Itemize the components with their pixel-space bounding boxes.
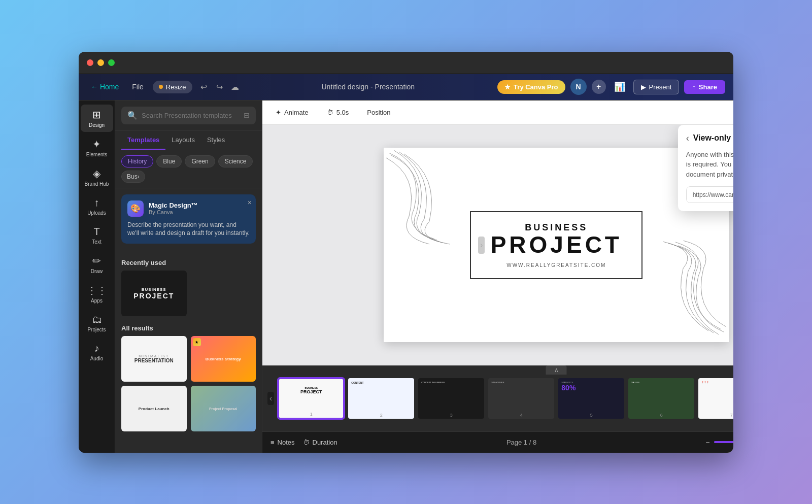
page-indicator: Page 1 / 8	[506, 439, 536, 446]
present-button[interactable]: ▶ Present	[633, 80, 680, 94]
slide-thumb-2[interactable]: CONTENT 2	[348, 378, 414, 419]
tag-history[interactable]: History	[121, 155, 153, 167]
sidebar-item-text[interactable]: T Text	[81, 222, 113, 249]
slide-thumb-4[interactable]: STRATEGIES 4	[488, 378, 554, 419]
sidebar-item-brand[interactable]: ◈ Brand Hub	[81, 163, 113, 191]
popup-url-input[interactable]	[687, 187, 733, 203]
slide-strip-wrapper: ∧ ‹ BUSINESS PROJECT 1 CONTENT	[262, 365, 733, 431]
tab-layouts[interactable]: Layouts	[165, 131, 201, 150]
magic-card-close-button[interactable]: ×	[248, 198, 252, 207]
analytics-icon[interactable]: 📊	[611, 78, 628, 95]
maximize-button[interactable]	[108, 59, 115, 66]
topbar-left: ← Home File Resize ↩ ↪ ☁	[87, 80, 239, 94]
canvas-toolbar: ✦ Animate ⏱ 5.0s Position	[262, 100, 733, 125]
apps-label: Apps	[91, 298, 103, 304]
notes-button[interactable]: ≡ Notes	[270, 439, 295, 446]
strip-expand-button[interactable]: ∧	[546, 365, 567, 375]
sidebar-item-audio[interactable]: ♪ Audio	[81, 339, 113, 365]
duration-value: 5.0s	[336, 109, 349, 116]
search-bar: 🔍 ⊟	[115, 100, 262, 131]
tab-templates[interactable]: Templates	[121, 131, 165, 150]
thumb-minimalist-label: MINIMALIST	[139, 354, 169, 358]
bottom-bar: ≡ Notes ⏱ Duration Page 1 / 8 −	[262, 431, 733, 453]
template-thumb-business[interactable]: BUSINESS PROJECT	[121, 271, 187, 316]
zoom-out-icon[interactable]: −	[705, 438, 709, 446]
animate-button[interactable]: ✦ Animate	[270, 106, 314, 119]
template-thumb-launch[interactable]: Product Launch	[121, 386, 187, 431]
slide-num-4: 4	[520, 413, 523, 418]
add-collaborator-button[interactable]: +	[592, 80, 606, 94]
tag-science[interactable]: Science	[218, 155, 253, 167]
duration-button[interactable]: ⏱ 5.0s	[322, 106, 354, 119]
sidebar-item-apps[interactable]: ⋮⋮ Apps	[81, 280, 113, 308]
sidebar-item-draw[interactable]: ✏ Draw	[81, 251, 113, 278]
avatar[interactable]: N	[570, 79, 587, 95]
tag-green[interactable]: Green	[185, 155, 215, 167]
main-area: ⊞ Design ✦ Elements ◈ Brand Hub ↑ Upload…	[79, 100, 733, 453]
slide-thumb-5[interactable]: STATISTICS 80% 5	[558, 378, 624, 419]
zoom-slider: − +	[705, 438, 733, 446]
undo-redo: ↩ ↪	[197, 80, 226, 94]
slide-strip[interactable]: ‹ BUSINESS PROJECT 1 CONTENT	[262, 365, 733, 431]
recently-used-grid: BUSINESS PROJECT	[121, 271, 256, 316]
search-input-wrap: 🔍 ⊟	[121, 107, 256, 124]
sidebar-item-elements[interactable]: ✦ Elements	[81, 134, 113, 161]
tab-styles[interactable]: Styles	[201, 131, 231, 150]
popup-desc: Anyone with this link can view this desi…	[686, 150, 733, 180]
template-panel-scroll[interactable]: Recently used BUSINESS PROJECT All resul…	[115, 250, 262, 452]
all-results-grid: MINIMALIST PRESENTATION ★ Business Strat…	[121, 336, 256, 431]
duration-bottom-button[interactable]: ⏱ Duration	[303, 439, 337, 446]
slide-project-text: PROJECT	[486, 233, 626, 256]
redo-button[interactable]: ↪	[213, 80, 226, 94]
undo-button[interactable]: ↩	[197, 80, 210, 94]
sidebar-item-projects[interactable]: 🗂 Projects	[81, 310, 113, 337]
sidebar-item-uploads[interactable]: ↑ Uploads	[81, 193, 113, 220]
thumb-strategy-badge: ★	[193, 338, 201, 346]
tag-blue[interactable]: Blue	[156, 155, 182, 167]
elements-label: Elements	[86, 152, 108, 157]
text-label: Text	[92, 239, 101, 245]
search-input[interactable]	[142, 112, 240, 119]
popup-back-button[interactable]: ‹	[686, 133, 689, 144]
try-canva-pro-button[interactable]: ★ Try Canva Pro	[497, 80, 565, 94]
thumb-business-title: BUSINESS	[142, 287, 166, 292]
notes-icon: ≡	[270, 439, 275, 446]
minimize-button[interactable]	[97, 59, 104, 66]
recently-used-label: Recently used	[121, 259, 256, 266]
cloud-save-icon[interactable]: ☁	[231, 82, 239, 92]
document-title: Untitled design - Presentation	[245, 83, 492, 91]
file-menu[interactable]: File	[128, 81, 148, 93]
present-label: Present	[649, 83, 672, 91]
canva-star-icon: ★	[504, 83, 511, 91]
filter-icon[interactable]: ⊟	[244, 111, 250, 119]
slide-thumb-6[interactable]: VALUES 6	[628, 378, 694, 419]
draw-label: Draw	[91, 268, 103, 274]
slide-strip-prev[interactable]: ‹	[267, 392, 274, 405]
template-thumb-minimalist[interactable]: MINIMALIST PRESENTATION	[121, 336, 187, 382]
elements-icon: ✦	[92, 138, 101, 150]
home-button[interactable]: ← Home	[87, 81, 123, 93]
slide-thumb-3[interactable]: CONCEPT IN BUSINESS 3	[418, 378, 484, 419]
canvas-main: ‹ View-only link Anyone with this link c…	[262, 125, 733, 365]
zoom-slider-track[interactable]	[714, 441, 733, 443]
thumb-strategy-text: Business Strategy	[206, 357, 241, 361]
share-button[interactable]: ↑ Share	[684, 80, 725, 94]
close-button[interactable]	[87, 59, 93, 66]
resize-button[interactable]: Resize	[153, 81, 192, 93]
projects-label: Projects	[87, 327, 106, 332]
duration-bottom-label: Duration	[313, 439, 337, 446]
slide-thumb-7[interactable]: 📍📍📍 7	[698, 378, 733, 419]
template-thumb-watercolor[interactable]: Project Proposal	[191, 386, 256, 431]
text-icon: T	[93, 226, 99, 238]
sidebar-item-design[interactable]: ⊞ Design	[81, 105, 113, 132]
position-button[interactable]: Position	[362, 106, 395, 119]
template-thumb-strategy[interactable]: ★ Business Strategy	[191, 336, 256, 382]
uploads-icon: ↑	[94, 197, 99, 209]
app-window: ← Home File Resize ↩ ↪ ☁ Untitled design…	[79, 52, 733, 453]
canvas-next-arrow[interactable]: ›	[478, 237, 485, 254]
tag-more[interactable]: Bus›	[121, 171, 145, 183]
panel-tabs: Templates Layouts Styles	[115, 131, 262, 150]
design-icon: ⊞	[92, 109, 101, 121]
popup-title: View-only link	[693, 133, 733, 143]
slide-thumb-1[interactable]: BUSINESS PROJECT 1	[278, 378, 344, 419]
